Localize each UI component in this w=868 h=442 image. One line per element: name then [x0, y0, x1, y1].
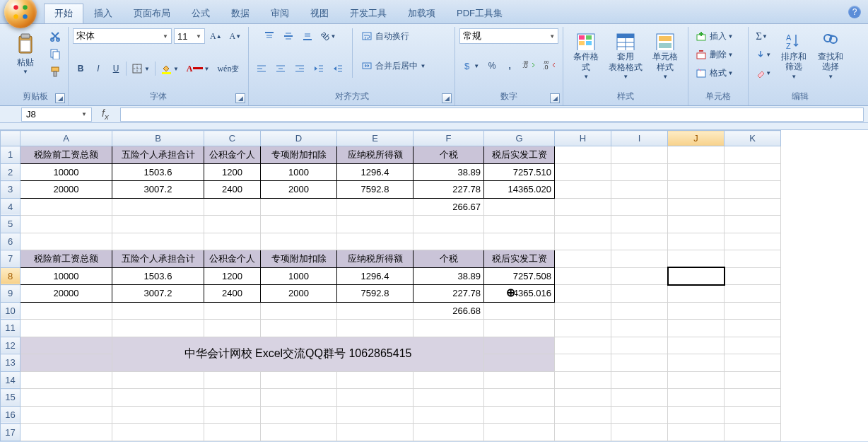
comma-button[interactable]: ,: [502, 58, 517, 74]
cell-B9[interactable]: 3007.2: [112, 285, 204, 303]
cell-G5[interactable]: [484, 216, 555, 233]
cell-J13[interactable]: [668, 354, 725, 372]
col-header-E[interactable]: E: [337, 131, 414, 146]
cell-D6[interactable]: [261, 233, 337, 250]
cell-C17[interactable]: [204, 424, 261, 441]
cell-A9[interactable]: 20000: [20, 285, 112, 303]
cell-A16[interactable]: [20, 406, 112, 424]
cell-B4[interactable]: [112, 198, 204, 216]
cell-K10[interactable]: [725, 302, 781, 320]
cell-H7[interactable]: [555, 250, 611, 268]
row-header-11[interactable]: 11: [1, 320, 20, 337]
col-header-G[interactable]: G: [484, 131, 555, 146]
cell-K12[interactable]: [725, 337, 781, 354]
cell-D17[interactable]: [261, 424, 337, 441]
sort-filter-button[interactable]: AZ 排序和 筛选▼: [777, 28, 811, 83]
cell-I11[interactable]: [611, 320, 668, 337]
cell-I15[interactable]: [611, 389, 668, 407]
cell-F16[interactable]: [414, 406, 484, 424]
cell-D4[interactable]: [261, 198, 337, 216]
row-header-15[interactable]: 15: [1, 389, 20, 407]
format-as-table-button[interactable]: 套用 表格格式▼: [607, 28, 644, 83]
cell-F17[interactable]: [414, 424, 484, 441]
cell-G14[interactable]: [484, 371, 555, 389]
cell-H8[interactable]: [555, 267, 611, 285]
cell-K15[interactable]: [725, 389, 781, 407]
grid[interactable]: ABCDEFGHIJK 1税险前工资总额五险个人承担合计公积金个人专项附加扣除应…: [0, 130, 781, 441]
col-header-C[interactable]: C: [204, 131, 261, 146]
alignment-dialog-launcher[interactable]: ◢: [442, 93, 452, 103]
tab-developer[interactable]: 开发工具: [339, 4, 397, 23]
cell-K8[interactable]: [725, 267, 781, 285]
row-header-9[interactable]: 9: [1, 285, 20, 303]
cell-G6[interactable]: [484, 233, 555, 250]
increase-indent-button[interactable]: [329, 61, 346, 76]
cell-F8[interactable]: 38.89: [414, 267, 484, 285]
cell-F3[interactable]: 227.78: [414, 181, 484, 199]
cell-A7[interactable]: 税险前工资总额: [20, 250, 112, 268]
cell-G2[interactable]: 7257.510: [484, 163, 555, 181]
cell-C2[interactable]: 1200: [204, 163, 261, 181]
fill-color-button[interactable]: ▼: [158, 61, 182, 76]
row-header-8[interactable]: 8: [1, 267, 20, 285]
name-box[interactable]: J8▼: [21, 107, 92, 122]
tab-data[interactable]: 数据: [221, 4, 260, 23]
tab-addins[interactable]: 加载项: [397, 4, 446, 23]
cell-C15[interactable]: [204, 389, 261, 407]
cell-A11[interactable]: [20, 320, 112, 337]
row-header-6[interactable]: 6: [1, 233, 20, 250]
orientation-button[interactable]: ab▼: [318, 28, 339, 44]
font-dialog-launcher[interactable]: ◢: [235, 93, 245, 103]
cell-D9[interactable]: 2000: [261, 285, 337, 303]
align-bottom-button[interactable]: [299, 28, 316, 44]
border-button[interactable]: ▼: [129, 61, 153, 76]
cell-C5[interactable]: [204, 216, 261, 233]
cell-D5[interactable]: [261, 216, 337, 233]
cell-H10[interactable]: [555, 302, 611, 320]
cell-H9[interactable]: [555, 285, 611, 303]
formula-input[interactable]: [120, 107, 864, 122]
italic-button[interactable]: I: [90, 61, 106, 76]
tab-view[interactable]: 视图: [300, 4, 339, 23]
find-select-button[interactable]: 查找和 选择▼: [814, 28, 848, 83]
format-cells-button[interactable]: 格式▼: [693, 65, 744, 81]
cell-H3[interactable]: [555, 181, 611, 199]
row-header-2[interactable]: 2: [1, 163, 20, 181]
cell-H6[interactable]: [555, 233, 611, 250]
font-size-combo[interactable]: 11▼: [174, 28, 205, 44]
cell-B12[interactable]: 中华会计网校 Excel交流QQ群号 1062865415: [112, 337, 484, 371]
cell-G9[interactable]: 14365.016: [484, 285, 555, 303]
cell-K4[interactable]: [725, 198, 781, 216]
cell-C14[interactable]: [204, 371, 261, 389]
format-painter-button[interactable]: [47, 64, 64, 79]
cell-E4[interactable]: [337, 198, 414, 216]
paste-button[interactable]: 粘贴 ▼: [7, 28, 44, 83]
cell-B14[interactable]: [112, 371, 204, 389]
cell-H12[interactable]: [555, 337, 611, 354]
cell-E10[interactable]: [337, 302, 414, 320]
cell-E14[interactable]: [337, 371, 414, 389]
cell-D2[interactable]: 1000: [261, 163, 337, 181]
cell-E3[interactable]: 7592.8: [337, 181, 414, 199]
cell-K2[interactable]: [725, 163, 781, 181]
cell-J11[interactable]: [668, 320, 725, 337]
cell-F1[interactable]: 个税: [414, 146, 484, 164]
cell-J15[interactable]: [668, 389, 725, 407]
cell-F10[interactable]: 266.68: [414, 302, 484, 320]
increase-decimal-button[interactable]: .0.00: [520, 58, 538, 74]
cell-G3[interactable]: 14365.020: [484, 181, 555, 199]
cell-J10[interactable]: [668, 302, 725, 320]
cell-A12[interactable]: [20, 337, 112, 354]
cell-H16[interactable]: [555, 406, 611, 424]
cell-G7[interactable]: 税后实发工资: [484, 250, 555, 268]
cell-G8[interactable]: 7257.508: [484, 267, 555, 285]
font-name-combo[interactable]: 宋体▼: [73, 28, 172, 44]
cell-styles-button[interactable]: 单元格 样式▼: [647, 28, 684, 83]
merge-center-button[interactable]: 合并后居中▼: [358, 58, 450, 74]
number-dialog-launcher[interactable]: ◢: [550, 93, 560, 103]
cell-I1[interactable]: [611, 146, 668, 164]
decrease-font-button[interactable]: A▼: [227, 28, 245, 44]
cell-K9[interactable]: [725, 285, 781, 303]
cell-G17[interactable]: [484, 424, 555, 441]
cell-I10[interactable]: [611, 302, 668, 320]
